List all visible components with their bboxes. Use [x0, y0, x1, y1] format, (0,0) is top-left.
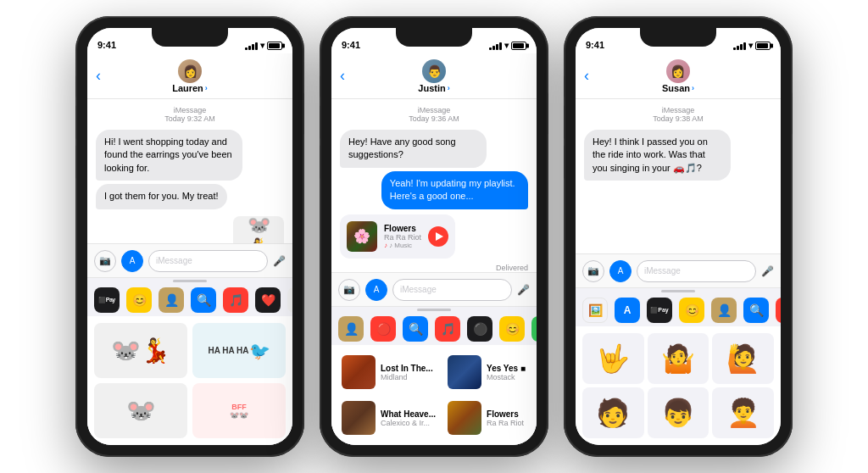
camera-icon[interactable]: 📷 [582, 260, 604, 282]
message-input-lauren[interactable]: iMessage [148, 250, 268, 272]
appstore-icon[interactable]: A [121, 250, 143, 272]
avatar-susan: 👩 [666, 59, 690, 83]
music-icon[interactable]: 🎵 [435, 316, 460, 342]
search-icon[interactable]: 🔍 [191, 287, 216, 313]
mic-icon[interactable]: 🎤 [517, 284, 530, 296]
battery-icon [755, 42, 771, 50]
chevron-icon: › [692, 84, 694, 92]
message-input-justin[interactable]: iMessage [392, 279, 512, 301]
mic-icon[interactable]: 🎤 [761, 265, 774, 277]
heart-icon[interactable]: ❤️ [255, 287, 281, 313]
track-title: Lost In The... [381, 364, 436, 373]
emoji-icon[interactable]: 😊 [126, 287, 152, 313]
back-button-justin[interactable]: ‹ [340, 67, 345, 85]
apple-pay-icon[interactable]: ⬛Pay [647, 298, 672, 323]
message-input-susan[interactable]: iMessage [637, 260, 756, 282]
apple-pay-icon[interactable]: ⬛Pay [94, 287, 120, 313]
signal-icon [489, 42, 502, 50]
music-card-flowers[interactable]: 🌸 Flowers Ra Ra Riot ♪ ♪ Music [340, 214, 455, 259]
sticker-item[interactable]: HA HA HA 🐦 [192, 323, 286, 378]
music-content-justin: Lost In The... Midland Yes Yes ■ Mostack [331, 345, 537, 445]
contact-name-lauren: Lauren › [172, 83, 208, 93]
dark-icon[interactable]: ⚫ [467, 316, 492, 342]
track-artist: Ra Ra Riot [487, 419, 526, 427]
music-grid-item[interactable]: What Heave... Calexico & Ir... [338, 398, 439, 438]
music-grid-item[interactable]: Lost In The... Midland [338, 352, 439, 392]
track-artist: Midland [381, 373, 436, 381]
memoji-item[interactable]: 🤟 [582, 333, 644, 384]
phone-susan: 9:41 ▾ ‹ 👩 Susan [564, 16, 793, 457]
memoji-icon[interactable]: 👤 [159, 287, 184, 313]
photos-icon[interactable]: 🖼️ [582, 298, 608, 323]
messages-area-susan[interactable]: iMessage Today 9:38 AM Hey! I think I pa… [576, 99, 781, 253]
heart-icon[interactable]: 🔴 [370, 316, 396, 342]
play-button[interactable] [428, 226, 448, 247]
message-bubble-sent: Yeah! I'm updating my playlist. Here's a… [381, 171, 528, 209]
imessage-label-justin: iMessage Today 9:36 AM [340, 106, 528, 123]
wifi-icon: ▾ [504, 41, 509, 50]
search-icon[interactable]: 🔍 [403, 316, 428, 342]
memoji-item[interactable]: 👦 [648, 387, 709, 438]
emoji-icon[interactable]: 😊 [679, 298, 704, 323]
notch-lauren [152, 28, 228, 47]
phones-container: 9:41 ▾ ‹ 👩 Lauren [58, 0, 810, 473]
message-bubble: Hey! Have any good song suggestions? [340, 130, 487, 168]
app-tray-susan: 🖼️ A ⬛Pay 😊 👤 🔍 🎵 🤟 🤷 🙋 🧑 👦 [576, 287, 781, 445]
status-icons-susan: ▾ [733, 41, 771, 50]
avatar-lauren: 👩 [178, 59, 202, 83]
chevron-icon: › [448, 84, 450, 92]
memoji-icon[interactable]: 👤 [338, 316, 364, 342]
music-title: Flowers [384, 224, 421, 233]
avatar-justin: 👨 [422, 59, 446, 83]
appstore-icon[interactable]: A [609, 260, 632, 282]
memoji-icon[interactable]: 👤 [711, 298, 737, 323]
memoji-item[interactable]: 🙋 [712, 333, 774, 384]
album-art-yesyes [448, 355, 481, 389]
emoji-icon[interactable]: 😊 [499, 316, 525, 342]
back-button-susan[interactable]: ‹ [584, 67, 589, 85]
memoji-item[interactable]: 🤷 [648, 333, 709, 384]
track-title: Yes Yes ■ [487, 364, 526, 373]
green-icon[interactable]: 🌿 [531, 316, 537, 342]
sticker-bff-item[interactable]: BFF🐭🐭 [192, 383, 286, 438]
back-button-lauren[interactable]: ‹ [96, 67, 101, 85]
sticker-item[interactable]: 🐭💃 [94, 323, 187, 378]
search-icon[interactable]: 🔍 [743, 298, 769, 323]
battery-icon [511, 42, 526, 50]
mic-icon[interactable]: 🎤 [273, 255, 286, 267]
messages-area-lauren[interactable]: iMessage Today 9:32 AM Hi! I went shoppi… [87, 99, 292, 243]
app-tray-lauren: ⬛Pay 😊 👤 🔍 🎵 ❤️ 🐭 🐭💃 HA HA HA 🐦 [87, 277, 292, 445]
contact-info-susan[interactable]: 👩 Susan › [662, 59, 694, 93]
imessage-label-susan: iMessage Today 9:38 AM [584, 106, 772, 123]
stickers-content-lauren: 🐭💃 HA HA HA 🐦 🐭 BFF🐭🐭 [87, 316, 292, 445]
stickers-grid: 🐭💃 HA HA HA 🐦 🐭 BFF🐭🐭 [94, 323, 286, 438]
signal-icon [733, 42, 746, 50]
phone-screen-lauren: 9:41 ▾ ‹ 👩 Lauren [87, 28, 292, 445]
camera-icon[interactable]: 📷 [94, 250, 116, 272]
messages-area-justin[interactable]: iMessage Today 9:36 AM Hey! Have any goo… [331, 99, 537, 272]
phone-justin: 9:41 ▾ ‹ 👨 Justin [320, 16, 548, 457]
music-source: ♪ ♪ Music [384, 242, 421, 249]
input-bar-susan: 📷 A iMessage 🎤 [576, 253, 781, 287]
music-icon[interactable]: 🎵 [776, 298, 781, 323]
contact-info-justin[interactable]: 👨 Justin › [418, 59, 449, 93]
status-icons-lauren: ▾ [245, 41, 282, 50]
input-bar-lauren: 📷 A iMessage 🎤 [87, 243, 292, 277]
nav-header-lauren: ‹ 👩 Lauren › [87, 53, 292, 99]
music-icon[interactable]: 🎵 [223, 287, 248, 313]
sticker-item[interactable]: 🐭 [94, 383, 187, 438]
appstore-icon[interactable]: A [365, 279, 387, 301]
wifi-icon: ▾ [260, 41, 264, 50]
message-bubble: Hey! I think I passed you on the ride in… [584, 130, 731, 181]
nav-header-susan: ‹ 👩 Susan › [576, 53, 781, 99]
music-grid-item[interactable]: Yes Yes ■ Mostack [444, 352, 530, 392]
contact-info-lauren[interactable]: 👩 Lauren › [172, 59, 208, 93]
message-bubble: Hi! I went shopping today and found the … [96, 130, 242, 181]
memoji-item[interactable]: 🧑 [582, 387, 644, 438]
music-grid-item[interactable]: Flowers Ra Ra Riot [444, 398, 530, 438]
camera-icon[interactable]: 📷 [338, 279, 360, 301]
mickey-icon[interactable]: 🐭 [287, 287, 292, 313]
memoji-item[interactable]: 🧑‍🦱 [712, 387, 774, 438]
appstore-tray-icon[interactable]: A [615, 298, 640, 323]
music-info: Yes Yes ■ Mostack [487, 364, 526, 381]
